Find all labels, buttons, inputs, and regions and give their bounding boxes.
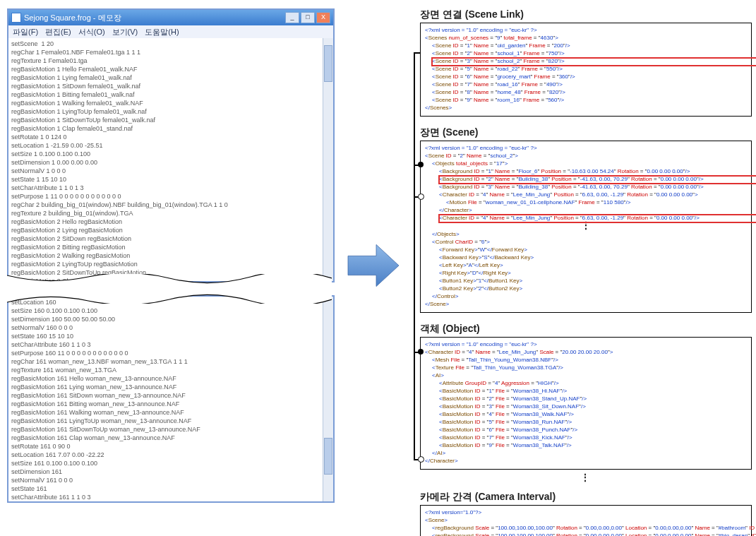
xml-line: <BasicMotion ID = "6" File = "Woman38_Pu…: [439, 426, 747, 434]
connector-line: [414, 52, 421, 54]
arrow-icon: [344, 240, 402, 291]
close-button[interactable]: X: [316, 12, 330, 23]
text-line: setNormalV 161 0 0 0: [11, 476, 320, 484]
text-line: regChar 2 building_big_01(window).NBF bu…: [11, 201, 320, 209]
window-title: Sejong Square.frog - 메모장: [24, 13, 121, 23]
text-line: regBasicMotion 2 SitDown regBasicMotion: [11, 234, 320, 243]
text-line: regChar 1 Female01.NBF Female01.tga 1 1 …: [11, 48, 320, 56]
text-line: regBasicMotion 161 Walking woman_new_13-…: [11, 408, 320, 417]
text-line: regChar 161 woman_new_13.NBF woman_new_1…: [11, 357, 320, 366]
xml-line: </Scenes>: [425, 104, 747, 112]
text-line: regBasicMotion 161 SitDownToUp woman_new…: [11, 425, 320, 434]
xml-line: <BasicMotion ID = "4" File = "Woman38_Wa…: [439, 410, 747, 418]
text-line: setCharAttribute 160 1 1 0 3: [11, 340, 320, 349]
text-line: regBasicMotion 1 Lying female01_walk.naf: [11, 73, 320, 82]
text-line: setSize 1 0.100 0.100 0.100: [11, 150, 320, 158]
text-line: setState 160 15 10 10: [11, 332, 320, 340]
text-line: setDimension 1 0.00 0.00 0.00: [11, 158, 320, 167]
xml-line: <regBackground Scale = "100.00,100.00,10…: [432, 532, 747, 536]
xml-line: <Background ID = "1" Name = "Floor_6" Po…: [439, 167, 747, 175]
xml-line: </Objects>: [432, 230, 747, 238]
scrollbar[interactable]: [323, 297, 333, 501]
xml-line: <Scene ID = "2" Name = "school_2">: [425, 152, 747, 160]
scrollbar[interactable]: [323, 38, 333, 281]
text-line: regBasicMotion 1 Bitting female01_walk.n…: [11, 90, 320, 99]
text-line: setState 161: [11, 484, 320, 493]
xml-line: ⋮: [425, 222, 747, 230]
connector-bullet: [418, 162, 424, 167]
scroll-thumb[interactable]: [324, 45, 332, 82]
xml-line: <Scene ID = "6" Name = "grocery_mart" Fr…: [432, 73, 747, 81]
xml-line: <Mesh File = "Tall_Thin_Young_Woman38.NB…: [432, 356, 747, 364]
text-line: regBasicMotion 161 Bitting woman_new_13-…: [11, 400, 320, 408]
menu-file[interactable]: 파일(F): [13, 27, 38, 37]
xml-line: </Control>: [432, 292, 747, 300]
text-line: regBasicMotion 2 SitDownToUp regBasicMot…: [11, 268, 320, 277]
panel-object: <?xml version = "1.0" encoding = "euc-kr…: [420, 337, 752, 470]
text-line: setNormalV 1 0 0 0: [11, 167, 320, 175]
text-line: setScene 1 20: [11, 40, 320, 48]
xml-line: <Button2 Key>"2"</Button2 Key>: [439, 285, 747, 292]
xml-line: <BasicMotion ID = "2" File = "Woman38_St…: [439, 395, 747, 403]
text-line: regTexture 161 woman_new_13.TGA: [11, 366, 320, 374]
xml-line: </Scene>: [425, 300, 747, 308]
xml-line: <Background ID = "3" Name = "Building_38…: [439, 183, 747, 191]
text-line: regBasicMotion 1 Clap female01_stand.naf: [11, 124, 320, 133]
xml-line: <Scene ID = "3" Name = "school_2" Frame …: [432, 57, 747, 65]
xml-line: <Left Key>"A"</Left Key>: [439, 261, 747, 269]
notepad-window-bottom: setLocation 160setSize 160 0.100 0.100 0…: [7, 295, 335, 503]
text-line: regBasicMotion 161 Clap woman_new_13-ann…: [11, 434, 320, 442]
xml-line: <Scene ID = "8" Name = "home_48" Frame =…: [432, 88, 747, 96]
xml-line: <Scene>: [425, 516, 747, 524]
xml-line: <Scene ID = "7" Name = "road_16" Frame =…: [432, 81, 747, 88]
xml-line: <BasicMotion ID = "3" File = "Woman38_Si…: [439, 403, 747, 410]
xml-line: <Scene ID = "5" Name = "road_22" Frame =…: [432, 65, 747, 73]
notepad-text-area-bottom[interactable]: setLocation 160setSize 160 0.100 0.100 0…: [8, 297, 323, 501]
section-title-scene-link: 장면 연결 (Scene Link): [420, 8, 752, 21]
text-line: setNormalV 160 0 0 0: [11, 323, 320, 332]
xml-line: <Scene ID = "9" Name = "room_16" Frame =…: [432, 96, 747, 104]
text-line: regBasicMotion 1 Hello Female01_walk.NAF: [11, 65, 320, 73]
menu-format[interactable]: 서식(O): [78, 27, 105, 37]
text-line: regBasicMotion 2 Hello regBasicMotion: [11, 218, 320, 226]
xml-line: <Right Key>"D"</Right Key>: [439, 269, 747, 277]
xml-line: <?xml version = "1.0" encoding = "euc-kr…: [425, 26, 747, 34]
xml-line: <Background ID = "2" Name = "Building_38…: [439, 175, 747, 183]
section-title-object: 객체 (Object): [420, 323, 752, 335]
notepad-text-area-top[interactable]: setScene 1 20regChar 1 Female01.NBF Fema…: [8, 38, 323, 281]
xml-line: <Motion File = "woman_new_01_01-cellphon…: [446, 198, 747, 206]
panel-camera: <?xml version="1.0"?><Scene><regBackgrou…: [420, 505, 752, 536]
connector-bullet: [418, 456, 424, 463]
xml-line: <BasicMotion ID = "1" File = "Woman38_Hi…: [439, 387, 747, 395]
minimize-button[interactable]: _: [285, 12, 299, 23]
xml-line: <BasicMotion ID = "5" File = "Woman38_Ru…: [439, 418, 747, 426]
xml-line: <Character ID = "4" Name = "Lee_Min_Jung…: [439, 214, 747, 222]
xml-line: <Character ID = "4" Name = "Lee_Min_Jung…: [425, 348, 747, 356]
xml-line: <BasicMotion ID = "9" File = "Woman38_Ta…: [439, 441, 747, 449]
text-line: setLocation 161 7.07 0.00 -22.22: [11, 451, 320, 459]
xml-line: </AI>: [432, 449, 747, 457]
notepad-window-top: Sejong Square.frog - 메모장 _ □ X 파일(F) 편집(…: [7, 8, 335, 282]
menu-edit[interactable]: 편집(E): [45, 27, 71, 37]
scroll-thumb[interactable]: [324, 438, 332, 475]
xml-line: <AI>: [432, 371, 747, 379]
notepad-icon: [11, 13, 21, 23]
text-line: regBasicMotion 2 Bitting regBasicMotion: [11, 243, 320, 251]
section-title-scene: 장면 (Scene): [420, 126, 752, 139]
text-line: setSize 161 0.100 0.100 0.100: [11, 459, 320, 467]
maximize-button[interactable]: □: [301, 12, 315, 23]
xml-line: <BasicMotion ID = "7" File = "Woman38_Ki…: [439, 434, 747, 441]
section-title-camera: 카메라 간격 (Camera Interval): [420, 491, 752, 504]
text-line: regBasicMotion 1 LyingToUp female01_walk…: [11, 107, 320, 116]
menu-help[interactable]: 도움말(H): [145, 27, 179, 37]
window-buttons: _ □ X: [285, 12, 330, 23]
text-line: setDimension 161: [11, 467, 320, 476]
menu-view[interactable]: 보기(V): [112, 27, 138, 37]
text-line: regBasicMotion 161 LyingToUp woman_new_1…: [11, 417, 320, 425]
xml-line: </Character>: [425, 457, 747, 465]
text-line: regBasicMotion 161 Lying woman_new_13-an…: [11, 383, 320, 391]
text-line: regBasicMotion 2 Walking regBasicMotion: [11, 251, 320, 260]
text-line: regBasicMotion 161 Hello woman_new_13-an…: [11, 374, 320, 383]
text-line: regBasicMotion 1 SitDown female01_walk.n…: [11, 82, 320, 90]
text-line: setSize 160 0.100 0.100 0.100: [11, 306, 320, 315]
